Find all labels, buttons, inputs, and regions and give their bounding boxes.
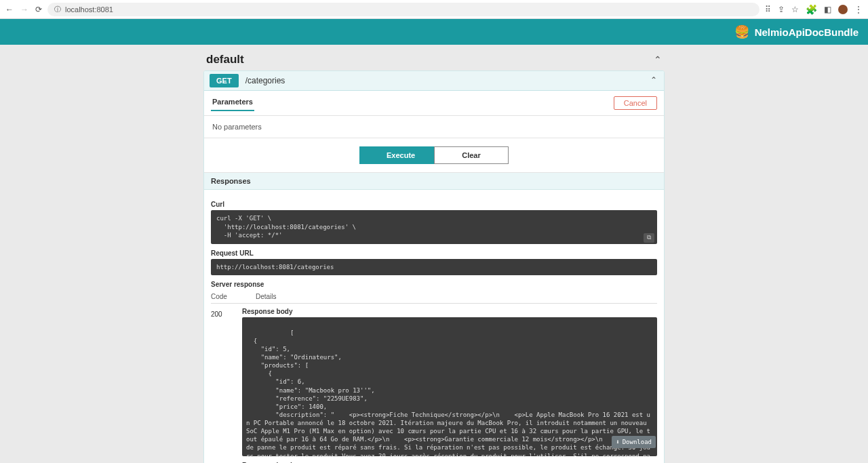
logo-icon: 🍔	[734, 24, 749, 39]
extensions-icon[interactable]: 🧩	[806, 4, 817, 15]
reload-icon[interactable]: ⟳	[35, 5, 42, 14]
chevron-up-icon[interactable]: ⌃	[654, 54, 662, 65]
cancel-button[interactable]: Cancel	[614, 96, 657, 110]
back-icon[interactable]: ←	[5, 5, 14, 14]
tab-parameters[interactable]: Parameters	[211, 95, 254, 111]
chevron-up-icon[interactable]: ⌃	[650, 75, 657, 85]
panel-icon[interactable]: ◧	[824, 5, 831, 14]
curl-command-box[interactable]: curl -X 'GET' \ 'http://localhost:8081/c…	[211, 210, 657, 244]
operation-block: GET /categories ⌃ Parameters Cancel No p…	[203, 71, 665, 463]
app-banner: 🍔 NelmioApiDocBundle	[0, 19, 868, 45]
method-badge: GET	[210, 74, 239, 87]
status-code: 200	[211, 308, 235, 463]
clear-button[interactable]: Clear	[434, 146, 509, 164]
request-url-label: Request URL	[211, 249, 657, 257]
operation-path: /categories	[245, 76, 285, 85]
responses-header: Responses	[204, 173, 664, 190]
url-text: localhost:8081	[65, 5, 113, 14]
no-parameters-text: No parameters	[204, 116, 664, 138]
server-response-label: Server response	[211, 281, 657, 288]
brand-name: NelmioApiDocBundle	[755, 26, 859, 38]
avatar[interactable]	[838, 5, 848, 14]
browser-toolbar: ← → ⟳ ⓘ localhost:8081 ⠿ ⇪ ☆ 🧩 ◧ ⋮	[0, 0, 868, 19]
request-url-box[interactable]: http://localhost:8081/categories	[211, 259, 657, 276]
section-header[interactable]: default ⌃	[203, 49, 665, 71]
col-code: Code	[211, 293, 235, 300]
operation-header[interactable]: GET /categories ⌃	[204, 71, 664, 91]
copy-icon[interactable]: ⧉	[644, 233, 654, 243]
download-button[interactable]: ⬇Download	[612, 436, 656, 448]
download-icon: ⬇	[616, 438, 619, 446]
share-icon[interactable]: ⇪	[778, 5, 785, 14]
section-title: default	[206, 53, 244, 66]
site-info-icon[interactable]: ⓘ	[54, 5, 61, 14]
forward-icon[interactable]: →	[20, 5, 28, 14]
col-details: Details	[256, 293, 277, 300]
translate-icon[interactable]: ⠿	[765, 5, 771, 14]
response-body-label: Response body	[242, 308, 657, 315]
bookmark-icon[interactable]: ☆	[791, 5, 799, 14]
execute-button[interactable]: Execute	[359, 146, 434, 164]
address-bar[interactable]: ⓘ localhost:8081	[47, 3, 760, 16]
menu-icon[interactable]: ⋮	[854, 5, 863, 14]
curl-label: Curl	[211, 201, 657, 208]
response-body-box[interactable]: [ { "id": 5, "name": "Ordinateurs", "pro…	[242, 317, 657, 456]
